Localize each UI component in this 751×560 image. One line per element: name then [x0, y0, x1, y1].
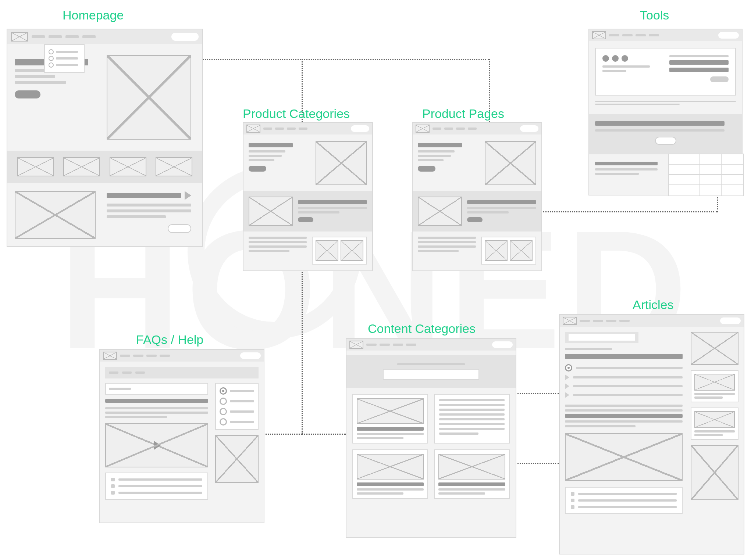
connector [717, 195, 718, 212]
text-block [107, 191, 191, 233]
connector [263, 434, 303, 435]
card-thumb [341, 240, 363, 261]
radio-icon [49, 56, 54, 61]
wireframe-product-pages [412, 122, 542, 271]
related-thumb [694, 411, 735, 428]
topbar [346, 339, 516, 351]
radio-icon [220, 418, 227, 426]
label-faqs-help: FAQs / Help [136, 333, 203, 347]
thumb [63, 157, 100, 176]
sidebar-ad-image [691, 445, 738, 500]
related-thumb [694, 374, 735, 391]
nav-item [65, 35, 79, 38]
topbar [100, 350, 264, 362]
checkbox-icon [111, 478, 115, 481]
checkbox-icon [571, 505, 574, 509]
media-block [15, 191, 96, 239]
card-thumb [316, 240, 338, 261]
hero-image [107, 55, 191, 140]
connector [515, 393, 559, 394]
radio-icon [49, 49, 54, 54]
bullet-icon [565, 364, 572, 371]
wireframe-product-categories [243, 122, 373, 271]
data-table-card [668, 154, 744, 196]
wireframe-articles [559, 314, 744, 554]
logo-icon [11, 32, 28, 42]
sidebar-image [691, 332, 738, 365]
dropdown-menu [44, 44, 85, 73]
wireframe-content-categories [346, 338, 516, 538]
bullet-arrow-icon [565, 392, 569, 398]
card-thumb [485, 240, 508, 261]
connector [302, 270, 303, 434]
sidebar-image [215, 435, 259, 483]
thumb [156, 157, 192, 176]
article-image [565, 433, 683, 481]
label-tools: Tools [640, 8, 669, 22]
connector [515, 463, 559, 464]
radio-icon [220, 387, 227, 395]
wireframe-tools [588, 29, 743, 195]
radio-icon [49, 62, 54, 68]
topbar [560, 315, 744, 327]
label-product-pages: Product Pages [422, 107, 504, 121]
bullet-arrow-icon [565, 374, 569, 380]
category-thumb [357, 454, 424, 480]
nav-item [82, 35, 96, 38]
checkbox-icon [571, 492, 574, 496]
card-thumb [510, 240, 533, 261]
logo-icon [416, 125, 430, 133]
product-hero-image [485, 141, 536, 185]
play-arrow-icon [185, 191, 191, 200]
topbar [589, 29, 742, 41]
radio-icon [220, 408, 227, 415]
thumb [110, 157, 146, 176]
logo-icon [592, 31, 606, 39]
nav-item [49, 35, 62, 38]
category-thumb [438, 454, 505, 480]
checkbox-icon [111, 491, 115, 495]
wireframe-homepage [7, 29, 203, 247]
feature-image [249, 197, 293, 226]
thumb [17, 157, 54, 176]
label-homepage: Homepage [63, 8, 124, 22]
connector [541, 211, 717, 212]
label-product-categories: Product Categories [243, 107, 350, 121]
nav-item [32, 35, 45, 38]
radio-icon [220, 398, 227, 405]
topbar [413, 123, 541, 134]
checkbox-icon [111, 484, 115, 488]
play-icon [154, 441, 161, 450]
category-hero-image [316, 141, 367, 185]
logo-icon [246, 125, 260, 133]
connector [202, 59, 489, 60]
sitemap-canvas: HONED Homepage Tools Product Categories … [0, 0, 751, 560]
video-placeholder [105, 423, 208, 467]
option-dot [602, 55, 609, 62]
option-dot [622, 55, 628, 62]
cta-pill [171, 33, 199, 41]
label-content-categories: Content Categories [368, 322, 476, 336]
option-dot [612, 55, 619, 62]
logo-icon [103, 352, 117, 360]
label-articles: Articles [633, 298, 673, 312]
feature-image [418, 197, 462, 226]
checkbox-icon [571, 499, 574, 502]
category-thumb [357, 398, 424, 424]
connector [302, 434, 346, 435]
topbar [7, 29, 202, 44]
bullet-arrow-icon [565, 383, 569, 389]
wireframe-faqs-help [99, 349, 264, 523]
logo-icon [563, 317, 577, 325]
topbar [243, 123, 372, 134]
feature-row [7, 151, 202, 183]
logo-icon [349, 341, 363, 349]
